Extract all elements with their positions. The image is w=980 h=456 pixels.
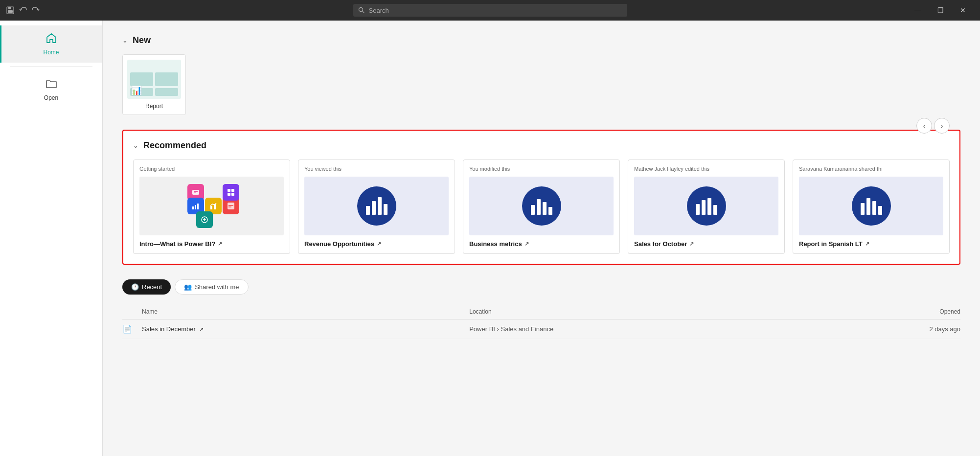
new-chevron-icon[interactable]: ⌄: [122, 37, 128, 44]
search-icon: [358, 7, 365, 14]
new-section-title: New: [133, 35, 151, 46]
sidebar-open-label: Open: [44, 94, 58, 101]
bi-bar-b1: [531, 205, 535, 215]
file-icon: 📄: [122, 324, 137, 334]
search-bar[interactable]: Search: [353, 4, 627, 17]
bottom-section: 🕐 Recent 👥 Shared with me Name Location …: [122, 279, 960, 339]
getting-started-icons: [182, 184, 241, 228]
rec-card-spanish-report[interactable]: Saravana Kumarananna shared thi: [793, 160, 950, 254]
svg-rect-10: [197, 204, 199, 209]
bi-bars-business: [531, 197, 552, 215]
save-icon[interactable]: [6, 6, 15, 15]
bi-circle-sales: [687, 186, 726, 226]
recommended-cards: Getting started: [133, 160, 950, 254]
app-body: Home Open ⌄ New: [0, 21, 980, 456]
tab-shared[interactable]: 👥 Shared with me: [175, 279, 248, 295]
report-thumb: 📊: [127, 60, 181, 99]
col-name-header: Name: [142, 308, 469, 315]
rec-title-getting-started: Intro—What is Power BI? ↗: [139, 240, 284, 248]
bi-bars-sales: [696, 197, 717, 215]
home-icon: [46, 32, 57, 47]
svg-rect-18: [231, 189, 234, 192]
rec-thumb-getting-started: [139, 177, 284, 235]
bi-circle-business: [522, 186, 561, 226]
titlebar-left-icons: [6, 6, 40, 15]
rec-nav-next[interactable]: ›: [934, 118, 950, 134]
bi-bar-s4: [713, 205, 717, 215]
rec-title-revenue: Revenue Opportunities ↗: [304, 240, 449, 248]
sidebar: Home Open: [0, 21, 103, 456]
report-card-label: Report: [145, 103, 163, 110]
svg-line-4: [362, 11, 364, 13]
bi-bar-s2: [702, 200, 706, 215]
undo-icon[interactable]: [19, 6, 27, 15]
rec-label-business-metrics: You modified this: [469, 166, 614, 172]
recommended-title: Recommended: [143, 140, 206, 151]
svg-rect-2: [8, 10, 13, 13]
bi-circle-revenue: [357, 186, 396, 226]
bi-bar-3: [378, 197, 382, 215]
tabs-row: 🕐 Recent 👥 Shared with me: [122, 279, 960, 295]
open-icon: [46, 78, 57, 92]
svg-rect-13: [228, 203, 234, 209]
new-cards-container: 📊 Report: [122, 54, 960, 115]
bi-bar-2: [372, 201, 376, 215]
thumb-cell-1: [130, 72, 153, 86]
tab-recent[interactable]: 🕐 Recent: [122, 279, 171, 295]
row-opened: 2 days ago: [797, 325, 960, 333]
external-link-icon-0: ↗: [218, 241, 222, 247]
rec-card-sales-october[interactable]: Mathew Jack Hayley edited this: [628, 160, 785, 254]
rec-thumb-business-metrics: [469, 177, 614, 235]
new-section: ⌄ New 📊 Report: [122, 35, 960, 115]
svg-rect-19: [228, 193, 230, 196]
main-content: ⌄ New 📊 Report: [103, 21, 980, 456]
bi-circle-spanish: [852, 186, 891, 226]
rec-card-getting-started[interactable]: Getting started: [133, 160, 290, 254]
rec-label-sales-october: Mathew Jack Hayley edited this: [634, 166, 778, 172]
bi-bar-b2: [537, 199, 541, 215]
rec-nav-prev[interactable]: ‹: [916, 118, 932, 134]
redo-icon[interactable]: [31, 6, 40, 15]
bi-bar-s3: [707, 198, 711, 215]
svg-rect-7: [194, 193, 196, 194]
external-link-icon-3: ↗: [689, 241, 694, 247]
rec-label-spanish-report: Saravana Kumarananna shared thi: [799, 166, 943, 172]
svg-rect-1: [8, 7, 11, 9]
recommended-section: ⌄ Recommended ‹ › Getting started: [122, 130, 960, 265]
svg-rect-6: [194, 191, 198, 192]
rec-title-business-metrics: Business metrics ↗: [469, 240, 614, 248]
table-header: Name Location Opened: [122, 304, 960, 319]
close-button[interactable]: ✕: [952, 0, 974, 21]
bi-bar-sp3: [872, 201, 876, 215]
row-name: Sales in December ↗: [142, 325, 469, 333]
rec-thumb-revenue: [304, 177, 449, 235]
rec-card-revenue[interactable]: You viewed this Revenue Opportu: [298, 160, 455, 254]
bi-bars-spanish: [861, 197, 882, 215]
recommended-chevron-icon[interactable]: ⌄: [133, 142, 138, 149]
gs-icon-purple: [223, 184, 239, 201]
table-row[interactable]: 📄 Sales in December ↗ Power BI › Sales a…: [122, 319, 960, 339]
shared-people-icon: 👥: [184, 283, 192, 291]
bi-bar-b4: [548, 207, 552, 215]
new-report-card[interactable]: 📊 Report: [122, 54, 186, 115]
rec-card-business-metrics[interactable]: You modified this Business metr: [463, 160, 620, 254]
recommended-header: ⌄ Recommended ‹ ›: [133, 140, 950, 151]
minimize-button[interactable]: —: [907, 0, 929, 21]
tab-shared-label: Shared with me: [195, 283, 239, 291]
thumb-cell-2: [155, 72, 178, 86]
bi-bar-sp2: [866, 198, 870, 215]
svg-rect-11: [210, 206, 212, 209]
row-location: Power BI › Sales and Finance: [469, 325, 797, 333]
new-section-header: ⌄ New: [122, 35, 960, 46]
col-icon-header: [122, 308, 142, 315]
rec-title-sales-october: Sales for October ↗: [634, 240, 778, 248]
external-link-icon-1: ↗: [377, 241, 381, 247]
bi-bar-s1: [696, 204, 700, 215]
svg-rect-17: [228, 189, 230, 192]
col-location-header: Location: [469, 308, 797, 315]
sidebar-item-home[interactable]: Home: [0, 25, 102, 63]
rec-thumb-sales-october: [634, 177, 778, 235]
sidebar-item-open[interactable]: Open: [0, 71, 102, 108]
restore-button[interactable]: ❐: [929, 0, 952, 21]
svg-rect-20: [231, 193, 234, 196]
